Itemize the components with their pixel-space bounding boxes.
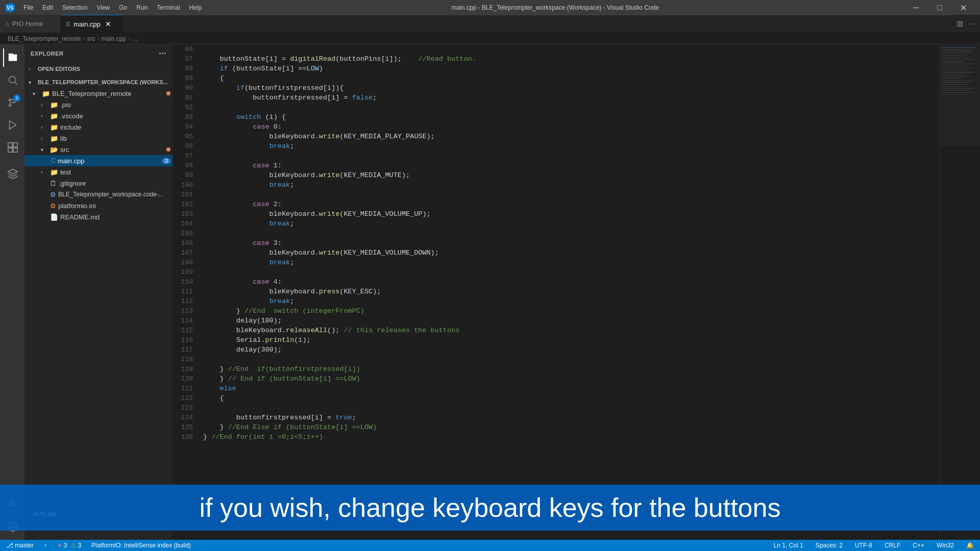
svg-point-2 [9, 77, 16, 83]
menu-file[interactable]: File [19, 3, 37, 12]
ln-99: 99 [173, 170, 193, 180]
ln-104: 104 [173, 219, 193, 229]
menu-go[interactable]: Go [115, 3, 131, 12]
code-line-89: { [203, 73, 939, 83]
sidebar-title: EXPLORER ··· [24, 44, 173, 62]
split-editor-icon[interactable]: ⊞ [957, 19, 963, 29]
tree-readme[interactable]: 📄 README.md [24, 211, 173, 222]
menu-view[interactable]: View [92, 3, 114, 12]
status-os[interactable]: Win32 [935, 540, 956, 551]
ln-89: 89 [173, 73, 193, 83]
minimize-button[interactable]: ─ [904, 0, 928, 15]
activity-platformio[interactable] [3, 165, 21, 183]
folder-icon: 📁 [42, 90, 50, 97]
menu-terminal[interactable]: Terminal [153, 3, 184, 12]
ln-98: 98 [173, 161, 193, 170]
tabbar: ⌂ PIO Home C main.cpp ✕ ⊞ ··· [0, 15, 980, 33]
activity-git[interactable]: 3 [3, 93, 21, 112]
svg-marker-7 [10, 121, 16, 130]
tree-main-cpp[interactable]: C main.cpp 3 [24, 155, 173, 166]
menu-edit[interactable]: Edit [38, 3, 57, 12]
tree-vscode-label: .vscode [60, 112, 173, 120]
code-line-101 [203, 190, 939, 199]
status-sync[interactable]: ↑ [42, 540, 49, 551]
status-position[interactable]: Ln 1, Col 1 [772, 540, 805, 551]
status-platformio[interactable]: PlatformIO: IntelliSense index (build) [89, 540, 193, 551]
maximize-button[interactable]: □ [928, 0, 951, 15]
ln-120: 120 [173, 374, 193, 384]
tree-platformio-label: platformio.ini [58, 202, 173, 210]
status-bar: ⎇ master ↑ ✕ 3 ⚠ 3 PlatformIO: IntelliSe… [0, 540, 980, 551]
main-cpp-badge: 3 [162, 158, 170, 164]
encoding-label: UTF-8 [855, 542, 872, 549]
more-actions-icon[interactable]: ··· [968, 19, 975, 29]
activity-debug[interactable] [3, 116, 21, 134]
tree-gitignore-label: .gitignore [59, 180, 173, 187]
include-arrow: › [41, 124, 48, 130]
code-lines[interactable]: buttonState[i] = digitalRead(buttonPins[… [198, 44, 939, 540]
tree-lib[interactable]: › 📁 lib [24, 133, 173, 144]
error-icon: ✕ [57, 542, 62, 549]
status-notifications[interactable]: 🔔 [964, 540, 976, 551]
status-errors[interactable]: ✕ 3 ⚠ 3 [55, 540, 83, 551]
status-spaces[interactable]: Spaces: 2 [814, 540, 845, 551]
line-numbers: 86 87 88 89 90 91 92 93 94 95 96 97 98 9… [173, 44, 198, 540]
tree-src[interactable]: ▾ 📂 src [24, 144, 173, 155]
tree-pio[interactable]: › 📁 .pio [24, 99, 173, 110]
tab-close-icon[interactable]: ✕ [104, 19, 113, 29]
open-editors-label: OPEN EDITORS [38, 66, 80, 72]
tree-workspace-code[interactable]: ⚙ BLE_Teleprompter_workspace.code-... [24, 189, 173, 200]
menu-run[interactable]: Run [132, 3, 152, 12]
breadcrumb-part-1[interactable]: src [87, 35, 95, 42]
tab-main-cpp[interactable]: C main.cpp ✕ [61, 15, 122, 33]
svg-text:VS: VS [7, 5, 14, 11]
language-label: C++ [913, 542, 924, 549]
tab-pio-home[interactable]: ⌂ PIO Home [0, 15, 61, 33]
ln-103: 103 [173, 209, 193, 219]
code-line-108: break; [203, 258, 939, 267]
ln-126: 126 [173, 432, 193, 442]
sidebar-more-icon[interactable]: ··· [159, 49, 166, 58]
workspace-header[interactable]: ▾ BLE_TELEPROMPTER_WORKSPACE (WORKS... [24, 77, 173, 88]
status-branch[interactable]: ⎇ master [4, 540, 36, 551]
breadcrumb-part-3: ... [132, 35, 137, 42]
menu-selection[interactable]: Selection [58, 3, 91, 12]
tab-cpp-icon: C [66, 21, 70, 27]
tree-gitignore[interactable]: 🗒 .gitignore [24, 178, 173, 189]
test-arrow: › [41, 169, 48, 175]
code-content[interactable]: 86 87 88 89 90 91 92 93 94 95 96 97 98 9… [173, 44, 939, 540]
svg-rect-9 [13, 143, 17, 147]
activity-extensions[interactable] [3, 138, 21, 157]
open-editors-header[interactable]: › OPEN EDITORS [24, 63, 173, 74]
activity-explorer[interactable] [3, 48, 21, 67]
ln-100: 100 [173, 180, 193, 190]
tree-include[interactable]: › 📁 include [24, 121, 173, 133]
status-language[interactable]: C++ [911, 540, 926, 551]
bell-icon: 🔔 [966, 542, 974, 549]
tree-platformio[interactable]: ⚙ platformio.ini [24, 200, 173, 211]
ln-109: 109 [173, 267, 193, 277]
breadcrumb-part-0[interactable]: BLE_Teleprompter_remote [8, 35, 81, 42]
code-line-99: bleKeyboard.write(KEY_MEDIA_MUTE); [203, 170, 939, 180]
platformio-icon: ⚙ [50, 202, 56, 210]
sidebar-content: › OPEN EDITORS ▾ BLE_TELEPROMPTER_WORKSP… [24, 62, 173, 540]
ln-110: 110 [173, 277, 193, 287]
status-line-ending[interactable]: CRLF [883, 540, 902, 551]
code-line-86 [203, 44, 939, 54]
ln-114: 114 [173, 316, 193, 325]
code-line-88: if (buttonState[i] ==LOW) [203, 64, 939, 73]
activity-search[interactable] [3, 71, 21, 89]
ln-87: 87 [173, 54, 193, 64]
ln-108: 108 [173, 258, 193, 267]
tree-ble-remote[interactable]: ▾ 📁 BLE_Teleprompter_remote [24, 88, 173, 99]
breadcrumb-part-2[interactable]: main.cpp [101, 35, 126, 42]
tree-test[interactable]: › 📁 test [24, 166, 173, 178]
tree-vscode[interactable]: › 📁 .vscode [24, 110, 173, 121]
menu-help[interactable]: Help [185, 3, 206, 12]
ln-107: 107 [173, 248, 193, 258]
code-line-118 [203, 355, 939, 364]
code-line-104: break; [203, 219, 939, 229]
close-button[interactable]: ✕ [951, 0, 975, 15]
code-line-120: } // End if (buttonState[i] ==LOW) [203, 374, 939, 384]
status-encoding[interactable]: UTF-8 [853, 540, 874, 551]
